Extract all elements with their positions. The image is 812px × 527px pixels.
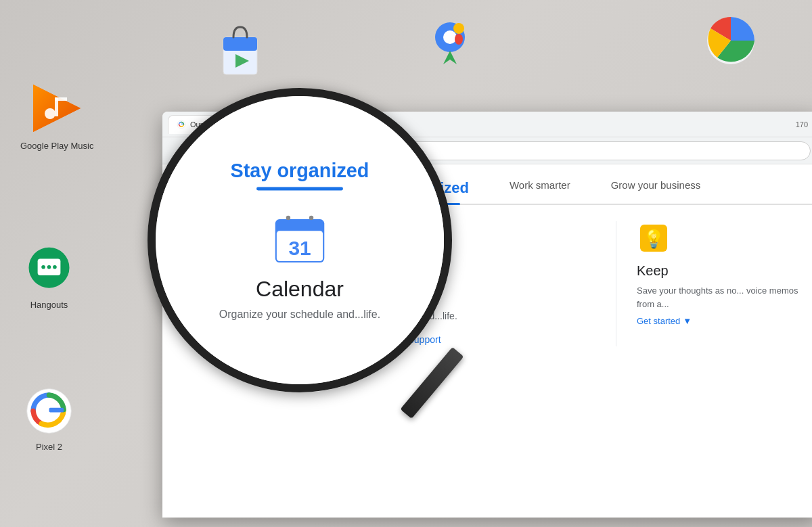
keep-dropdown-arrow: ▼ — [683, 316, 692, 326]
keep-desc: Save your thoughts as no... voice memos … — [637, 284, 805, 311]
pixel2-label: Pixel 2 — [36, 442, 62, 452]
address-bar-hint: 170 — [796, 120, 808, 129]
forward-button[interactable]: → — [195, 141, 214, 160]
browser-toolbar: ← → ↻ ⌂ enter address — [162, 137, 812, 164]
nav-item-talk[interactable]: Talk & t... — [261, 173, 343, 204]
svg-point-29 — [376, 225, 380, 229]
calendar-get-started[interactable]: get started ▼ — [337, 334, 394, 345]
pie-chart-top-icon — [704, 14, 758, 70]
svg-rect-19 — [49, 408, 64, 413]
page-navigation: Talk & t... Stay organized Work smarter … — [162, 164, 812, 205]
keep-get-started[interactable]: Get started ▼ — [637, 316, 805, 326]
desk-icons-panel: Google Play Music Hangouts — [0, 0, 135, 527]
tab-close-button[interactable]: × — [267, 119, 278, 130]
calendar-support-link[interactable]: Support — [407, 334, 441, 345]
dropdown-arrow-icon: ▼ — [385, 334, 394, 345]
svg-text:💡: 💡 — [643, 228, 665, 250]
nav-item-stay-organized[interactable]: Stay organized — [342, 173, 489, 204]
address-bar[interactable]: enter address — [268, 141, 811, 160]
google-play-music-label: Google Play Music — [20, 141, 93, 151]
svg-point-6 — [455, 34, 463, 45]
svg-point-10 — [45, 108, 55, 119]
products-grid: 31 Calendar Org...ve your schedule and..… — [162, 205, 812, 363]
play-store-top-icon — [217, 20, 264, 84]
reload-button[interactable]: ↻ — [219, 141, 238, 160]
browser-tab[interactable]: Our products | Google × — [168, 115, 287, 134]
page-content-area: Talk & t... Stay organized Work smarter … — [162, 164, 812, 518]
calendar-section: 31 Calendar Org...ve your schedule and..… — [176, 221, 602, 346]
calendar-product-desc: Org...ve your schedule and...life. — [321, 309, 457, 323]
hangouts-label: Hangouts — [30, 300, 68, 310]
calendar-icon-container: 31 — [365, 221, 413, 273]
svg-text:31: 31 — [378, 245, 399, 266]
new-tab-button[interactable]: + — [290, 115, 309, 134]
svg-point-17 — [53, 265, 57, 269]
svg-rect-24 — [366, 233, 412, 239]
svg-point-30 — [398, 225, 402, 229]
google-play-music-icon: Google Play Music — [20, 81, 93, 151]
svg-point-4 — [443, 30, 457, 44]
back-button[interactable]: ← — [171, 141, 189, 160]
nav-item-work-smarter[interactable]: Work smarter — [489, 173, 591, 204]
tab-title: Our products | Google — [190, 120, 263, 129]
google-g-icon: Pixel 2 — [24, 386, 74, 452]
nav-item-grow-business[interactable]: Grow your business — [591, 173, 721, 204]
svg-point-15 — [41, 265, 45, 269]
browser-tab-bar: Our products | Google × + 170 — [162, 112, 812, 137]
svg-rect-1 — [223, 37, 257, 51]
home-button[interactable]: ⌂ — [244, 141, 263, 160]
svg-point-16 — [47, 265, 51, 269]
svg-rect-12 — [55, 97, 67, 101]
calendar-actions-row: get started ▼ Support — [337, 334, 441, 345]
browser-window: Our products | Google × + 170 ← → ↻ ⌂ en… — [162, 112, 812, 518]
address-text: enter address — [277, 146, 326, 156]
hangouts-icon: Hangouts — [24, 244, 74, 310]
keep-icon-container: 💡 — [637, 221, 805, 258]
maps-top-icon — [420, 14, 480, 77]
calendar-product-name: Calendar — [351, 281, 428, 302]
svg-rect-21 — [181, 124, 184, 124]
keep-title: Keep — [637, 263, 805, 279]
keep-section: 💡 Keep Save your thoughts as no... voice… — [637, 221, 805, 326]
right-products-column: 💡 Keep Save your thoughts as no... voice… — [616, 221, 805, 346]
svg-point-5 — [453, 23, 464, 34]
